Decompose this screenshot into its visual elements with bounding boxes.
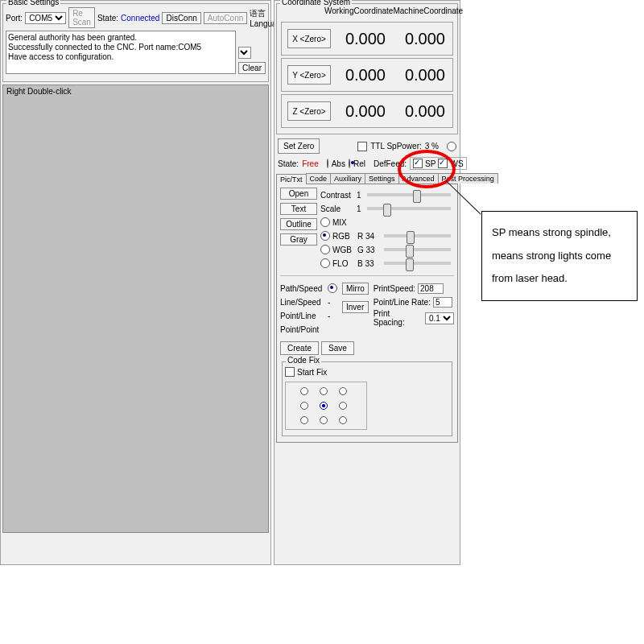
anchor-mc[interactable] [320, 402, 328, 410]
x-machine-value: 0.000 [390, 30, 450, 48]
rel-radio[interactable] [349, 159, 350, 168]
log-filter-select[interactable] [238, 47, 251, 59]
scale-value: 1 [357, 204, 361, 213]
mix-radio[interactable] [320, 217, 330, 227]
y-working-value: 0.000 [331, 66, 390, 85]
disconn-button[interactable]: DisConn [162, 12, 200, 24]
anchor-tl[interactable] [300, 387, 308, 395]
z-machine-value: 0.000 [390, 102, 450, 121]
plrate-label: Point/Line Rate: [374, 298, 431, 307]
rgb-label: RGB [332, 232, 355, 241]
wgb-label: WGB [332, 246, 355, 254]
sp-checkbox[interactable] [413, 159, 423, 168]
contrast-slider[interactable] [367, 193, 451, 196]
y-zero-button[interactable]: Y <Zero> [287, 65, 331, 85]
sp-label: SP [425, 159, 436, 168]
z-row: Z <Zero> 0.000 0.000 [281, 94, 453, 128]
startfix-checkbox[interactable] [285, 367, 295, 377]
r-slider[interactable] [384, 234, 451, 237]
open-button[interactable]: Open [280, 188, 317, 200]
codefix-title: Code Fix [286, 356, 321, 365]
annotation-text: SP means strong spindle, means strong li… [492, 226, 611, 284]
outline-button[interactable]: Outline [280, 218, 317, 230]
save-button[interactable]: Save [321, 341, 354, 355]
tab-code[interactable]: Code [306, 173, 332, 184]
create-button[interactable]: Create [280, 341, 319, 355]
deffeed-label: DefFeed: [374, 159, 407, 168]
linespeed-label: Line/Speed [280, 298, 325, 307]
pointpoint-label: Point/Point [280, 325, 325, 334]
rel-label: Rel [353, 159, 365, 168]
clear-log-button[interactable]: Clear [238, 62, 266, 74]
codefix-group: Code Fix Start Fix [282, 361, 452, 436]
x-working-value: 0.000 [331, 30, 390, 48]
spacing-select[interactable]: 0.1 [425, 312, 454, 324]
tab-pictxt[interactable]: Pic/Txt [276, 174, 307, 184]
gray-button[interactable]: Gray [280, 233, 317, 246]
anchor-bl[interactable] [300, 416, 308, 424]
wgb-radio[interactable] [320, 245, 330, 254]
x-zero-button[interactable]: X <Zero> [287, 29, 331, 48]
printspeed-input[interactable] [418, 283, 444, 294]
ttl-checkbox[interactable] [357, 142, 367, 151]
tab-adv[interactable]: Advanced [398, 173, 439, 184]
z-working-value: 0.000 [331, 102, 390, 121]
y-machine-value: 0.000 [390, 66, 450, 85]
scale-label: Scale [320, 204, 354, 213]
b-label: B 33 [357, 259, 378, 268]
anchor-tc[interactable] [320, 387, 328, 395]
abs-radio[interactable] [327, 159, 328, 168]
state2-value: Free [302, 159, 319, 168]
startfix-label: Start Fix [297, 368, 327, 377]
canvas-hint: Right Double-click [6, 87, 72, 96]
tab-settings[interactable]: Settings [365, 173, 399, 184]
scale-slider[interactable] [367, 207, 451, 210]
contrast-value: 1 [357, 191, 361, 200]
anchor-tr[interactable] [339, 387, 347, 395]
tab-aux[interactable]: Auxiliary [330, 173, 365, 184]
anchor-mr[interactable] [339, 402, 347, 410]
spacing-label: Print Spacing: [374, 309, 423, 327]
flo-label: FLO [332, 259, 355, 268]
preview-canvas[interactable]: Right Double-click [2, 85, 269, 533]
pathspeed-label: Path/Speed [280, 284, 325, 293]
inver-button[interactable]: Inver [342, 301, 369, 313]
state-label: State: [97, 14, 118, 23]
anchor-br[interactable] [339, 416, 347, 424]
b-slider[interactable] [384, 262, 451, 265]
ws-checkbox[interactable] [438, 159, 448, 168]
r-label: R 34 [357, 232, 378, 241]
tab-bar: Pic/Txt Code Auxiliary Settings Advanced… [276, 173, 458, 184]
pathspeed-radio[interactable] [328, 283, 337, 293]
rgb-radio[interactable] [320, 231, 330, 241]
log-line: General authority has been granted. [8, 33, 233, 43]
flo-radio[interactable] [320, 258, 330, 268]
log-textarea[interactable]: General authority has been granted. Succ… [6, 31, 236, 74]
port-label: Port: [6, 14, 23, 23]
anchor-ml[interactable] [300, 402, 308, 410]
y-row: Y <Zero> 0.000 0.000 [281, 58, 453, 92]
ttl-radio[interactable] [447, 142, 456, 151]
mirror-button[interactable]: Mirro [342, 283, 369, 295]
ws-label: WS [450, 159, 463, 168]
state-value: Connected [121, 14, 159, 23]
pointline-dash: - [328, 312, 330, 320]
ttl-value: 3 % [425, 142, 439, 151]
anchor-bc[interactable] [320, 416, 328, 424]
working-header: WorkingCoordinate [324, 6, 393, 19]
g-label: G 33 [357, 246, 378, 254]
g-slider[interactable] [384, 248, 451, 251]
tab-content: Open Text Outline Gray Contrast1 Scale1 … [276, 184, 458, 443]
plrate-input[interactable] [433, 297, 452, 308]
ttl-label: TTL SpPower: [370, 142, 422, 151]
mix-label: MIX [332, 218, 355, 227]
coordinate-group: Coordinate System WorkingCoordinate Mach… [276, 3, 458, 134]
text-button[interactable]: Text [280, 203, 317, 215]
autoconn-button[interactable]: AutoConn [204, 12, 247, 24]
rescan-button[interactable]: Re Scan [68, 7, 95, 28]
state-row: State: Free Abs Rel DefFeed: SP WS [275, 155, 460, 171]
port-select[interactable]: COM5 [25, 12, 66, 24]
right-panel: Coordinate System WorkingCoordinate Mach… [274, 0, 460, 565]
setzero-button[interactable]: Set Zero [278, 138, 320, 154]
z-zero-button[interactable]: Z <Zero> [287, 101, 331, 121]
